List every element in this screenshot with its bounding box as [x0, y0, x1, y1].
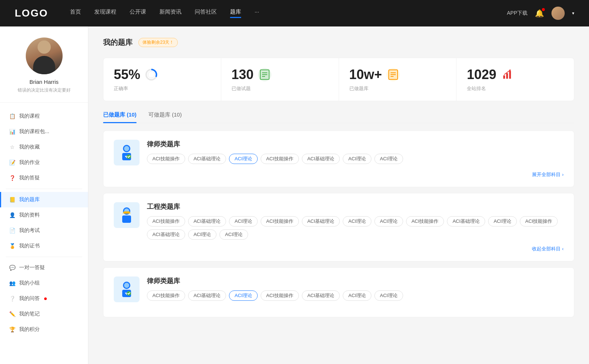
svg-rect-22: [122, 215, 131, 223]
notes-icon: ✏️: [9, 311, 15, 317]
avatar-chevron-icon[interactable]: ▾: [572, 11, 574, 16]
profile-avatar: [26, 38, 63, 74]
sidebar-item-profile[interactable]: 👤 我的资料: [0, 207, 88, 223]
qbank-footer-2: 收起全部科目: [114, 246, 564, 252]
tag-2-9[interactable]: ACI理论: [488, 216, 517, 226]
navbar: LOGO 首页 发现课程 公开课 新闻资讯 问答社区 题库 ··· APP下载 …: [0, 0, 589, 26]
tag-1-3[interactable]: ACI技能操作: [261, 154, 299, 164]
sidebar-item-qa[interactable]: ❓ 我的答疑: [0, 170, 88, 186]
questions-icon: [258, 68, 271, 81]
qbanks-label: 已做题库: [349, 85, 446, 92]
tag-3-4[interactable]: ACI基础理论: [302, 290, 340, 301]
tag-3-5[interactable]: ACI理论: [343, 290, 371, 301]
tag-1-2[interactable]: ACI理论: [229, 154, 258, 164]
sidebar-item-label: 我的资料: [19, 212, 40, 218]
avatar-img: [26, 38, 63, 74]
questions-icon: ❔: [9, 295, 15, 302]
tag-2-4[interactable]: ACI基础理论: [302, 216, 340, 226]
group-icon: 👥: [9, 280, 15, 286]
accuracy-value: 55%: [114, 67, 140, 82]
qbanks-icon: [387, 68, 400, 81]
sidebar-item-label: 我的问答: [19, 295, 40, 302]
qbank-icon: 📒: [9, 196, 15, 203]
profile-name: Brian Harris: [29, 79, 59, 85]
user-avatar[interactable]: [551, 7, 565, 20]
sidebar-item-label: 我的收藏: [19, 144, 40, 150]
tag-2-10[interactable]: ACI技能操作: [520, 216, 558, 226]
tag-2-8[interactable]: ACI基础理论: [447, 216, 485, 226]
unread-dot: [44, 297, 47, 300]
profile-icon: 👤: [9, 212, 15, 218]
accuracy-label: 正确率: [114, 85, 211, 92]
nav-qa[interactable]: 问答社区: [195, 8, 217, 18]
nav-open-course[interactable]: 公开课: [130, 8, 146, 18]
tag-2-11[interactable]: ACI基础理论: [147, 229, 185, 240]
tutor-icon: 💬: [9, 264, 15, 271]
tag-2-2[interactable]: ACI理论: [229, 216, 258, 226]
tag-1-6[interactable]: ACI理论: [374, 154, 403, 164]
tag-2-5[interactable]: ACI理论: [343, 216, 371, 226]
sidebar-item-questions[interactable]: ❔ 我的问答: [0, 291, 88, 306]
sidebar-item-label: 我的答疑: [19, 175, 40, 181]
tag-2-6[interactable]: ACI理论: [374, 216, 403, 226]
sidebar-item-label: 我的课程包...: [19, 128, 49, 135]
tag-3-6[interactable]: ACI理论: [374, 290, 403, 301]
tag-3-3[interactable]: ACI技能操作: [261, 290, 299, 301]
tab-available[interactable]: 可做题库 (10): [148, 111, 182, 123]
stat-questions-top: 130: [232, 67, 328, 82]
sidebar-item-points[interactable]: 🏆 我的积分: [0, 322, 88, 337]
tag-1-5[interactable]: ACI理论: [343, 154, 371, 164]
qbank-header-1: 律师类题库 ACI技能操作 ACI基础理论 ACI理论 ACI技能操作 ACI基…: [114, 140, 564, 165]
qbank-tabs: 已做题库 (10) 可做题库 (10): [103, 111, 574, 123]
tag-1-1[interactable]: ACI基础理论: [188, 154, 226, 164]
sidebar-item-label: 我的课程: [19, 113, 40, 119]
stat-accuracy-top: 55%: [114, 67, 211, 82]
notification-bell[interactable]: 🔔: [535, 9, 544, 18]
tag-2-13[interactable]: ACI理论: [219, 229, 248, 240]
sidebar-item-label: 一对一答疑: [19, 264, 45, 271]
exam-icon: 📄: [9, 227, 15, 234]
main-content: 我的题库 体验剩余23天！ 55% 正确率: [88, 26, 589, 364]
sidebar-item-favorites[interactable]: ☆ 我的收藏: [0, 139, 88, 155]
sidebar-item-group[interactable]: 👥 我的小组: [0, 275, 88, 291]
nav-more[interactable]: ···: [254, 8, 259, 18]
nav-home[interactable]: 首页: [70, 8, 81, 18]
tab-done[interactable]: 已做题库 (10): [103, 111, 137, 123]
sidebar-item-my-courses[interactable]: 📋 我的课程: [0, 108, 88, 124]
nav-discover[interactable]: 发现课程: [94, 8, 116, 18]
tag-3-1[interactable]: ACI基础理论: [188, 290, 226, 301]
sidebar-item-course-package[interactable]: 📊 我的课程包...: [0, 124, 88, 139]
expand-button-1[interactable]: 展开全部科目: [532, 171, 564, 178]
tag-2-3[interactable]: ACI技能操作: [261, 216, 299, 226]
qbank-card-lawyer-2: 律师类题库 ACI技能操作 ACI基础理论 ACI理论 ACI技能操作 ACI基…: [103, 267, 574, 317]
app-download-link[interactable]: APP下载: [507, 10, 528, 17]
qbank-tags-2: ACI技能操作 ACI基础理论 ACI理论 ACI技能操作 ACI基础理论 AC…: [147, 216, 564, 240]
avatar-image: [551, 7, 565, 20]
tag-2-12[interactable]: ACI理论: [188, 229, 217, 240]
star-icon: ☆: [9, 144, 15, 150]
sidebar-item-notes[interactable]: ✏️ 我的笔记: [0, 306, 88, 322]
qbank-info-3: 律师类题库 ACI技能操作 ACI基础理论 ACI理论 ACI技能操作 ACI基…: [147, 276, 564, 301]
sidebar-item-certificate[interactable]: 🏅 我的证书: [0, 238, 88, 254]
ranking-value: 1029: [467, 67, 496, 82]
sidebar-item-label: 我的证书: [19, 243, 40, 249]
courses-icon: 📋: [9, 113, 15, 119]
tag-2-0[interactable]: ACI技能操作: [147, 216, 185, 226]
tag-1-4[interactable]: ACI基础理论: [302, 154, 340, 164]
points-icon: 🏆: [9, 326, 15, 333]
collapse-button-2[interactable]: 收起全部科目: [532, 246, 564, 252]
sidebar-item-homework[interactable]: 📝 我的作业: [0, 155, 88, 170]
tag-3-0[interactable]: ACI技能操作: [147, 290, 185, 301]
tag-2-1[interactable]: ACI基础理论: [188, 216, 226, 226]
nav-news[interactable]: 新闻资讯: [159, 8, 181, 18]
sidebar-item-exam[interactable]: 📄 我的考试: [0, 223, 88, 238]
tag-1-0[interactable]: ACI技能操作: [147, 154, 185, 164]
sidebar-item-qbank[interactable]: 📒 我的题库: [0, 192, 88, 207]
tag-2-7[interactable]: ACI技能操作: [406, 216, 444, 226]
tag-3-2[interactable]: ACI理论: [229, 290, 258, 301]
sidebar-item-tutor[interactable]: 💬 一对一答疑: [0, 260, 88, 275]
qa-icon: ❓: [9, 175, 15, 181]
stat-ranking: 1029 全站排名: [456, 58, 574, 101]
nav-qbank[interactable]: 题库: [230, 8, 241, 18]
ranking-icon: [501, 68, 514, 81]
